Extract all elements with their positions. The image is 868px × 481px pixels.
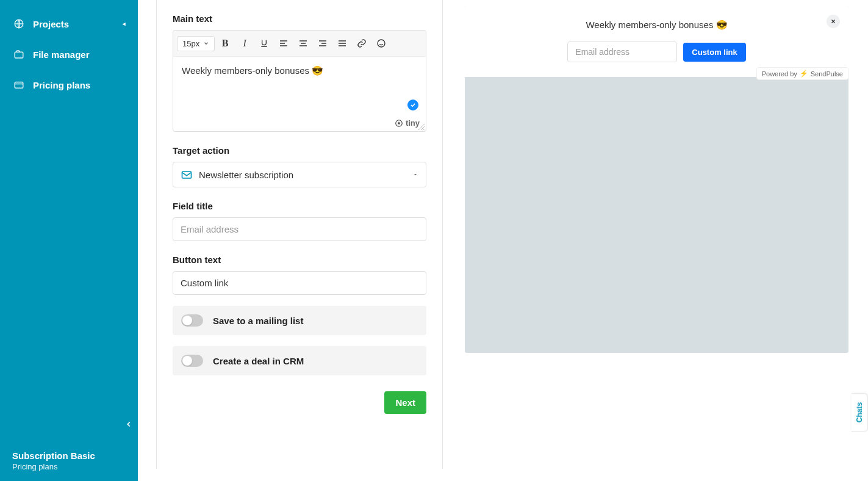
svg-rect-1 xyxy=(15,52,23,58)
button-text-input[interactable] xyxy=(173,271,426,295)
folder-icon xyxy=(12,48,26,61)
preview-column: Weekly members-only bonuses 😎 Custom lin… xyxy=(461,0,868,481)
editor-toolbar: 15px B I xyxy=(173,31,426,57)
globe-icon xyxy=(12,17,26,31)
chats-tab[interactable]: Chats xyxy=(852,393,868,432)
powered-prefix: Powered by xyxy=(762,70,797,78)
editor-content: Weekly members-only bonuses 😎 xyxy=(182,65,323,76)
align-left-button[interactable] xyxy=(274,34,293,52)
emoji-button[interactable] xyxy=(372,34,390,52)
main-text-label: Main text xyxy=(173,0,426,24)
toggle-mailing-list[interactable] xyxy=(181,314,203,327)
sidebar-item-label: Pricing plans xyxy=(33,80,90,90)
toggle-row-mailing: Save to a mailing list xyxy=(173,306,426,335)
sidebar-nav: Projects ◂ File manager Pricing plans xyxy=(0,0,138,100)
subscription-title: Subscription Basic xyxy=(12,450,95,461)
tiny-logo-icon xyxy=(395,119,403,128)
svg-rect-5 xyxy=(182,172,192,178)
close-icon xyxy=(830,18,836,24)
tiny-brand[interactable]: tiny xyxy=(395,118,420,128)
sidebar-item-pricing-plans[interactable]: Pricing plans xyxy=(0,70,138,100)
caret-left-icon: ◂ xyxy=(123,21,126,27)
preview-card: Weekly members-only bonuses 😎 Custom lin… xyxy=(465,6,848,77)
target-action-value: Newsletter subscription xyxy=(199,170,293,180)
subscription-link[interactable]: Pricing plans xyxy=(12,462,95,471)
preview-title: Weekly members-only bonuses 😎 xyxy=(477,20,836,31)
toggle-mailing-label: Save to a mailing list xyxy=(213,316,303,326)
preview-close-button[interactable] xyxy=(827,15,840,28)
powered-brand: SendPulse xyxy=(811,70,843,78)
sidebar: Projects ◂ File manager Pricing plans Su… xyxy=(0,0,138,481)
preview-form: Custom link xyxy=(477,42,836,62)
align-justify-button[interactable] xyxy=(333,34,351,52)
italic-button[interactable]: I xyxy=(235,34,254,52)
sidebar-collapse-button[interactable] xyxy=(124,420,133,429)
next-button[interactable]: Next xyxy=(384,391,426,414)
rich-editor: 15px B I xyxy=(173,30,426,132)
preview-canvas: Weekly members-only bonuses 😎 Custom lin… xyxy=(465,6,848,353)
sidebar-item-label: Projects xyxy=(33,19,69,29)
sidebar-footer: Subscription Basic Pricing plans xyxy=(12,450,95,471)
target-action-label: Target action xyxy=(173,145,426,156)
button-text-label: Button text xyxy=(173,255,426,265)
toggle-crm-label: Create a deal in CRM xyxy=(213,356,304,366)
caret-down-icon xyxy=(412,172,418,178)
font-size-select[interactable]: 15px xyxy=(177,36,215,51)
svg-rect-2 xyxy=(15,82,23,89)
main-content: Main text 15px B I xyxy=(138,0,868,481)
underline-button[interactable] xyxy=(255,34,273,52)
preview-submit-button[interactable]: Custom link xyxy=(683,43,745,62)
svg-point-3 xyxy=(378,40,385,47)
editor-textarea[interactable]: Weekly members-only bonuses 😎 tiny xyxy=(173,57,426,131)
resize-handle-icon[interactable] xyxy=(418,124,425,130)
check-badge-icon xyxy=(407,99,418,110)
toggle-row-crm: Create a deal in CRM xyxy=(173,346,426,375)
toggle-crm-deal[interactable] xyxy=(181,355,203,367)
field-title-label: Field title xyxy=(173,201,426,211)
align-right-button[interactable] xyxy=(314,34,332,52)
editor-column: Main text 15px B I xyxy=(138,0,461,481)
sidebar-item-label: File manager xyxy=(33,49,90,60)
bold-button[interactable]: B xyxy=(216,34,234,52)
envelope-icon xyxy=(181,168,193,181)
align-center-button[interactable] xyxy=(294,34,312,52)
target-action-select[interactable]: Newsletter subscription xyxy=(173,162,426,187)
link-button[interactable] xyxy=(353,34,371,52)
powered-by-badge[interactable]: Powered by ⚡ SendPulse xyxy=(756,67,848,80)
preview-email-input[interactable] xyxy=(567,42,677,62)
tiny-brand-text: tiny xyxy=(406,118,420,128)
sidebar-item-file-manager[interactable]: File manager xyxy=(0,39,138,70)
card-icon xyxy=(12,78,26,92)
bolt-icon: ⚡ xyxy=(800,70,808,78)
chevron-down-icon xyxy=(203,40,209,46)
font-size-value: 15px xyxy=(182,39,199,48)
field-title-input[interactable] xyxy=(173,217,426,241)
sidebar-item-projects[interactable]: Projects ◂ xyxy=(0,9,138,39)
